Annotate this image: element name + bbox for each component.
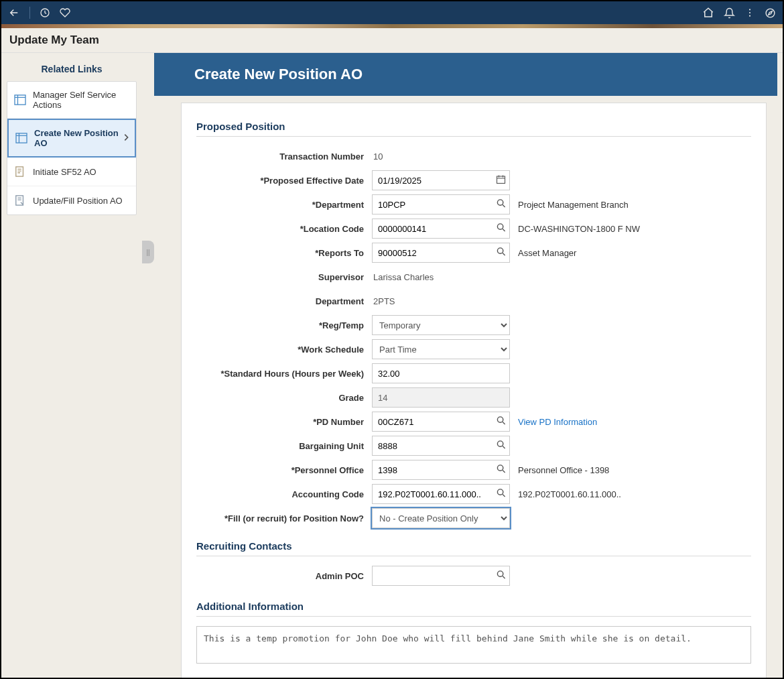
input-location[interactable] xyxy=(372,219,510,239)
home-icon[interactable] xyxy=(702,7,714,19)
svg-point-17 xyxy=(497,571,503,576)
search-icon[interactable] xyxy=(497,465,506,476)
label-department: *Department xyxy=(196,200,372,210)
clock-icon[interactable] xyxy=(40,7,50,18)
label-accounting-code: Accounting Code xyxy=(196,489,372,499)
svg-point-4 xyxy=(766,9,775,17)
svg-rect-5 xyxy=(15,95,25,105)
section-additional-info: Additional Information xyxy=(196,601,751,617)
select-reg-temp[interactable]: Temporary xyxy=(372,315,510,335)
svg-point-14 xyxy=(497,441,503,446)
compass-icon[interactable] xyxy=(765,7,776,19)
textarea-additional-info[interactable] xyxy=(196,626,751,664)
input-reports-to[interactable] xyxy=(372,243,510,263)
accounting-code-desc: 192.P02T0001.60.11.000.. xyxy=(518,489,621,499)
label-reports-to: *Reports To xyxy=(196,248,372,258)
sidebar-item-label: Initiate SF52 AO xyxy=(33,167,96,177)
label-department2: Department xyxy=(196,296,372,306)
label-reg-temp: *Reg/Temp xyxy=(196,320,372,330)
sidebar-item-initiate-sf52[interactable]: Initiate SF52 AO xyxy=(7,158,136,186)
label-pd-number: *PD Number xyxy=(196,417,372,427)
label-bargaining-unit: Bargaining Unit xyxy=(196,441,372,451)
calendar-icon[interactable] xyxy=(496,174,506,186)
content-area: Create New Position AO Proposed Position… xyxy=(154,53,783,678)
value-supervisor: Larissa Charles xyxy=(372,272,434,282)
view-pd-link[interactable]: View PD Information xyxy=(518,417,597,427)
label-fill-position: *Fill (or recruit) for Position Now? xyxy=(196,513,372,523)
svg-point-1 xyxy=(749,9,750,10)
top-nav-bar xyxy=(1,1,783,24)
input-grade xyxy=(372,387,510,408)
search-icon[interactable] xyxy=(497,570,506,582)
reports-to-desc: Asset Manager xyxy=(518,248,576,258)
sidebar-item-create-position[interactable]: Create New Position AO xyxy=(7,119,136,158)
search-icon[interactable] xyxy=(497,247,506,259)
search-icon[interactable] xyxy=(497,440,506,452)
input-personnel-office[interactable] xyxy=(372,460,510,480)
sidebar: Related Links Manager Self Service Actio… xyxy=(1,53,142,678)
sidebar-item-label: Manager Self Service Actions xyxy=(33,90,129,110)
back-icon[interactable] xyxy=(8,7,20,19)
window-icon xyxy=(15,132,27,144)
input-bargaining-unit[interactable] xyxy=(372,436,510,456)
input-effective-date[interactable] xyxy=(372,170,510,190)
more-vertical-icon[interactable] xyxy=(744,7,755,18)
label-location: *Location Code xyxy=(196,224,372,234)
search-icon[interactable] xyxy=(497,199,506,210)
bell-icon[interactable] xyxy=(724,7,735,19)
sidebar-title: Related Links xyxy=(7,58,137,81)
label-transaction-number: Transaction Number xyxy=(196,151,372,162)
heart-icon[interactable] xyxy=(60,7,70,18)
svg-point-11 xyxy=(497,224,503,229)
input-pd-number[interactable] xyxy=(372,412,510,432)
collapse-handle[interactable]: || xyxy=(142,241,154,263)
select-fill-position[interactable]: No - Create Position Only xyxy=(372,508,510,528)
banner-title: Create New Position AO xyxy=(154,53,777,96)
sidebar-item-mss-actions[interactable]: Manager Self Service Actions xyxy=(7,82,136,119)
sidebar-item-label: Update/Fill Position AO xyxy=(33,196,123,206)
svg-point-3 xyxy=(749,15,750,17)
label-supervisor: Supervisor xyxy=(196,272,372,282)
svg-rect-9 xyxy=(497,176,505,184)
department-desc: Project Management Branch xyxy=(518,200,629,210)
chevron-right-icon xyxy=(123,133,129,143)
label-personnel-office: *Personnel Office xyxy=(196,465,372,475)
sidebar-item-label: Create New Position AO xyxy=(34,128,128,148)
svg-point-16 xyxy=(497,489,503,495)
search-icon[interactable] xyxy=(497,416,506,428)
label-grade: Grade xyxy=(196,393,372,403)
location-desc: DC-WASHINGTON-1800 F NW xyxy=(518,224,640,234)
svg-point-10 xyxy=(497,200,503,205)
svg-point-2 xyxy=(749,12,750,13)
divider xyxy=(29,7,30,19)
section-recruiting-contacts: Recruiting Contacts xyxy=(196,540,751,556)
document-edit-icon xyxy=(14,194,26,206)
select-work-schedule[interactable]: Part Time xyxy=(372,339,510,359)
label-standard-hours: *Standard Hours (Hours per Week) xyxy=(196,369,372,379)
svg-point-13 xyxy=(497,417,503,422)
label-work-schedule: *Work Schedule xyxy=(196,345,372,355)
svg-point-12 xyxy=(497,248,503,253)
page-title: Update My Team xyxy=(1,28,783,53)
window-icon xyxy=(14,94,26,106)
input-admin-poc[interactable] xyxy=(372,566,510,586)
value-transaction-number: 10 xyxy=(372,151,383,162)
search-icon[interactable] xyxy=(497,489,506,500)
input-accounting-code[interactable] xyxy=(372,484,510,504)
form-card: Proposed Position Transaction Number 10 … xyxy=(181,103,767,678)
value-department2: 2PTS xyxy=(372,296,395,306)
sidebar-item-update-fill[interactable]: Update/Fill Position AO xyxy=(7,186,136,214)
label-effective-date: *Proposed Effective Date xyxy=(196,176,372,186)
input-standard-hours[interactable] xyxy=(372,363,510,383)
personnel-office-desc: Personnel Office - 1398 xyxy=(518,465,609,475)
search-icon[interactable] xyxy=(497,223,506,235)
label-admin-poc: Admin POC xyxy=(196,571,372,581)
section-proposed-position: Proposed Position xyxy=(196,121,751,137)
document-icon xyxy=(14,166,26,178)
input-department[interactable] xyxy=(372,194,510,214)
svg-point-15 xyxy=(497,465,503,471)
svg-rect-7 xyxy=(16,167,23,176)
svg-rect-6 xyxy=(16,133,27,143)
